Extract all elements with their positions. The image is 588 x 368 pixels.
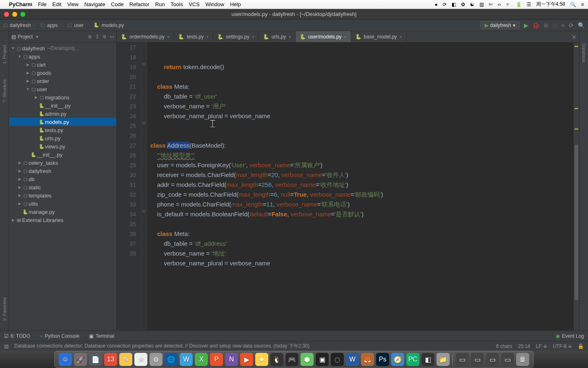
tree-arrow-icon[interactable] (25, 71, 30, 75)
dock-app-icon[interactable]: ◌ (331, 353, 344, 366)
dock-app-icon[interactable]: 🦊 (361, 353, 374, 366)
tree-row[interactable]: 🐍tests.py (9, 126, 116, 134)
spotlight-icon[interactable]: 🔍 (570, 2, 576, 7)
tree-arrow-icon[interactable] (11, 218, 16, 222)
status-caret-pos[interactable]: 25:14 (518, 343, 530, 349)
run-config-selector[interactable]: ▶ dailyfresh ▾ (480, 21, 519, 29)
tree-row[interactable]: 🐍views.py (9, 142, 116, 150)
tree-row[interactable]: ▢user (9, 85, 116, 93)
dock-app-icon[interactable]: ✉ (134, 353, 147, 366)
tool-python-console[interactable]: ⌁Python Console (40, 333, 80, 339)
tree-arrow-icon[interactable] (17, 177, 22, 181)
tree-row[interactable]: 🐍manage.py (9, 208, 116, 216)
side-tab-database[interactable]: Database (581, 43, 586, 63)
fold-marker-icon[interactable]: ⊟ (142, 209, 145, 213)
dock-app-icon[interactable]: 🐧 (270, 353, 283, 366)
tool-event-log[interactable]: ◉Event Log (556, 333, 584, 339)
dock-app-icon[interactable]: ⚙ (149, 353, 163, 366)
readonly-lock-icon[interactable]: 🔓 (578, 343, 584, 349)
dock-app-icon[interactable]: 🌐 (165, 353, 178, 366)
tree-row[interactable]: 🐍models.py (9, 118, 116, 126)
tray-icon[interactable]: 🔋 (516, 2, 522, 7)
tray-icon[interactable]: ⟳ (443, 2, 447, 7)
editor-tab[interactable]: 🐍user/models.py× (296, 31, 351, 42)
tree-row[interactable]: ▢goods (9, 69, 116, 77)
dock-app-icon[interactable]: 🧭 (391, 353, 404, 366)
tabs-overflow-icon[interactable]: ⇲ (568, 34, 579, 40)
line-gutter[interactable]: 1718192021222324252627282930313233343536… (117, 43, 141, 330)
dock-trash-icon[interactable]: 🗑 (516, 353, 529, 366)
dock-app-icon[interactable]: 13 (104, 353, 117, 366)
dock-app-icon[interactable]: ◧ (421, 353, 434, 366)
dock-app-icon[interactable]: ✎ (119, 353, 132, 366)
tree-row[interactable]: ▢db (9, 175, 116, 183)
collapse-all-icon[interactable]: ↧ (95, 34, 99, 40)
tree-row[interactable]: ▤External Libraries (9, 216, 116, 224)
chevron-down-icon[interactable]: ▾ (36, 34, 38, 40)
close-tab-icon[interactable]: × (167, 34, 169, 39)
dock-minimized-window[interactable]: ▭ (486, 353, 499, 366)
project-tree[interactable]: ▢dailyfresh~/Desktop/dj...▢apps▢cart▢goo… (9, 43, 116, 330)
editor-tab[interactable]: 🐍base_model.py× (351, 31, 407, 42)
code-editor[interactable]: return token.decode() class Meta: db_tab… (147, 43, 573, 330)
side-tab-favorites[interactable]: 2: Favorites (2, 296, 7, 322)
search-everywhere-button[interactable]: 🔍 (578, 22, 585, 29)
debug-button[interactable]: 🐞 (532, 22, 539, 29)
menubar-item[interactable]: View (67, 1, 78, 7)
tray-icon[interactable]: ☯ (470, 2, 474, 7)
editor-tab[interactable]: 🐍urls.py× (259, 31, 296, 42)
dock-app-icon[interactable]: ▶ (240, 353, 253, 366)
dock-app-icon[interactable]: ⬢ (301, 353, 314, 366)
tree-row[interactable]: 🐍__init__.py (9, 101, 116, 110)
menubar-clock[interactable]: 周一下午4:58 (536, 1, 565, 8)
fold-marker-icon[interactable]: ⊟ (142, 121, 145, 125)
tree-arrow-icon[interactable] (33, 95, 38, 99)
minimize-window-button[interactable] (12, 12, 17, 17)
editor-tab[interactable]: 🐍order/models.py× (117, 31, 174, 42)
close-tab-icon[interactable]: × (399, 34, 402, 39)
tree-arrow-icon[interactable] (17, 169, 22, 173)
dock-app-icon[interactable]: ☺ (59, 353, 72, 366)
dock-minimized-window[interactable]: ▭ (501, 353, 514, 366)
tree-arrow-icon[interactable] (11, 46, 16, 50)
menubar-item[interactable]: Edit (52, 1, 61, 7)
tree-row[interactable]: 🐍admin.py (9, 110, 116, 118)
profile-button[interactable]: ◷ (552, 22, 557, 29)
status-line-sep[interactable]: LF ≑ (536, 343, 547, 349)
tree-row[interactable]: ▢cart (9, 61, 116, 69)
close-tab-icon[interactable]: × (344, 34, 346, 39)
scroll-from-source-icon[interactable]: ⊕ (88, 34, 92, 40)
tree-row[interactable]: ▢dailyfresh~/Desktop/dj... (9, 44, 116, 52)
menubar-hamburger-icon[interactable]: ≡ (581, 2, 584, 7)
dock-app-icon[interactable]: X (195, 353, 208, 366)
tray-icon[interactable]: ᯤ (506, 2, 511, 7)
tree-arrow-icon[interactable] (17, 54, 22, 58)
tree-arrow-icon[interactable] (25, 87, 30, 91)
close-tab-icon[interactable]: × (288, 34, 291, 39)
menubar-item[interactable]: Refactor (129, 1, 149, 7)
dock-app-icon[interactable]: 🚀 (74, 353, 87, 366)
tree-arrow-icon[interactable] (25, 79, 30, 83)
side-tab-project[interactable]: 1: Project (2, 43, 7, 65)
dock-app-icon[interactable]: ● (255, 353, 268, 366)
dock-app-icon[interactable]: 📁 (437, 353, 450, 366)
menubar-app-name[interactable]: PyCharm (9, 1, 32, 7)
tray-icon[interactable]: ▥ (479, 2, 484, 7)
tray-icon[interactable]: ◧ (452, 2, 456, 7)
menubar-item[interactable]: Code (111, 1, 124, 7)
editor-tab[interactable]: 🐍tests.py× (174, 31, 213, 42)
tree-row[interactable]: 🐍__init__.py (9, 150, 116, 159)
close-tab-icon[interactable]: × (206, 34, 209, 39)
status-message[interactable]: Database connections detector: Database … (14, 343, 310, 350)
tree-row[interactable]: 🐍urls.py (9, 134, 116, 142)
tray-icon[interactable]: ☰ (527, 2, 531, 7)
menubar-item[interactable]: Navigate (84, 1, 105, 7)
tray-icon[interactable]: ✄ (489, 2, 493, 7)
fold-gutter[interactable]: ⊟⊟⊟ (141, 43, 147, 330)
menubar-item[interactable]: File (38, 1, 47, 7)
breadcrumb-item[interactable]: user (74, 22, 83, 28)
tree-arrow-icon[interactable] (25, 63, 30, 67)
tree-arrow-icon[interactable] (17, 185, 22, 189)
tray-icon[interactable]: ‹› (498, 2, 501, 7)
tree-arrow-icon[interactable] (17, 161, 22, 165)
